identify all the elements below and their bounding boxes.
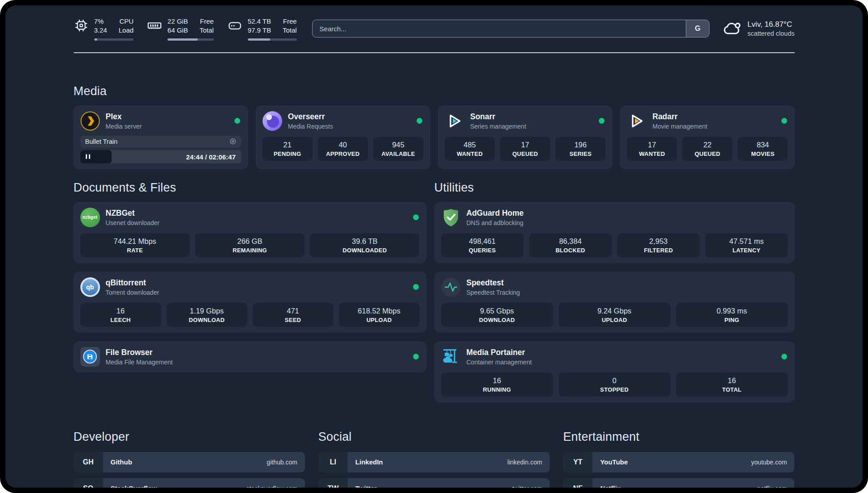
service-subtitle: Container management [467, 359, 776, 366]
disk-free-value: 52.4 TB [248, 17, 271, 26]
bookmark-row-linkedin[interactable]: LI LinkedIn linkedin.com [318, 452, 550, 472]
now-playing-title: Bullet Train [85, 138, 118, 145]
bookmark-abbr: NF [563, 478, 593, 488]
memory-free-label: Free [200, 17, 214, 26]
stat-label: TOTAL [678, 386, 786, 393]
stat-label: SERIES [557, 150, 604, 157]
stat-label: QUERIES [443, 247, 522, 254]
stat-tile: 9.65 Gbps DOWNLOAD [441, 303, 553, 327]
bookmarks-developer: Developer GH Github github.com SO StackO… [74, 430, 305, 488]
bookmarks-entertainment: Entertainment YT YouTube youtube.com NF … [563, 430, 794, 488]
status-dot [417, 118, 422, 124]
disc-icon [230, 138, 236, 145]
stat-value: 17 [629, 141, 675, 149]
bookmark-name: Github [111, 458, 132, 466]
status-dot [781, 354, 787, 359]
status-dot [413, 214, 419, 220]
service-card-speedtest[interactable]: Speedtest Speedtest Tracking 9.65 Gbps D… [434, 272, 795, 333]
status-dot [234, 118, 240, 124]
stat-tile: 9.24 Gbps UPLOAD [559, 303, 671, 327]
bookmark-name: Twitter [355, 485, 377, 488]
bookmark-name: YouTube [600, 458, 628, 466]
bookmark-domain: youtube.com [751, 459, 787, 466]
memory-progress-bar [167, 38, 214, 41]
stat-tile: 0 STOPPED [559, 372, 671, 397]
stat-value: 22 [684, 141, 730, 149]
stat-label: BLOCKED [531, 247, 610, 254]
service-card-portainer[interactable]: Media Portainer Container management 16 … [434, 341, 795, 402]
stat-value: 9.65 Gbps [443, 307, 551, 315]
weather-widget: Lviv, 16.87°C scattered clouds [722, 19, 795, 38]
service-title: File Browser [106, 348, 407, 357]
bookmark-abbr: TW [318, 478, 348, 488]
service-card-overseerr[interactable]: Overseerr Media Requests 21 PENDING 40 A… [256, 105, 430, 169]
stat-value: 21 [264, 141, 311, 149]
stat-tile: 498,461 QUERIES [441, 233, 524, 257]
cpu-stat: 7% 3.24 CPU Load [74, 17, 134, 41]
disk-free-label: Free [283, 17, 297, 26]
bookmark-domain: linkedin.com [507, 459, 542, 466]
bookmark-domain: twitter.com [512, 485, 542, 488]
service-subtitle: Series management [470, 123, 593, 130]
service-card-filebrowser[interactable]: File Browser Media File Management [74, 341, 426, 372]
service-card-qbittorrent[interactable]: qb qBittorrent Torrent downloader 16 LEE… [74, 272, 426, 333]
stat-value: 39.6 TB [312, 237, 417, 246]
stat-tile: 196 SERIES [555, 137, 605, 161]
cloud-icon [722, 19, 742, 38]
status-dot [781, 118, 787, 124]
service-card-plex[interactable]: Plex Media server Bullet Train 24:44 / 0… [74, 105, 248, 169]
service-card-adguard[interactable]: AdGuard Home DNS and adblocking 498,461 … [434, 202, 795, 263]
stat-value: 471 [255, 307, 332, 315]
disk-total-label: Total [283, 26, 297, 35]
stat-label: WANTED [629, 150, 675, 157]
stat-label: MOVIES [739, 150, 786, 157]
bookmark-row-twitter[interactable]: TW Twitter twitter.com [318, 478, 550, 488]
plex-now-playing-row: Bullet Train [80, 136, 241, 147]
stat-tile: 16 LEECH [80, 303, 161, 327]
portainer-icon [441, 347, 461, 367]
service-subtitle: Speedtest Tracking [467, 289, 788, 296]
stat-tile: 1.19 Gbps DOWNLOAD [167, 303, 247, 327]
disk-total-value: 97.9 TB [248, 26, 271, 35]
nzbget-icon: nzbget [80, 208, 100, 227]
service-subtitle: DNS and adblocking [467, 219, 788, 226]
bookmark-row-stackoverflow[interactable]: SO StackOverflow stackoverflow.com [74, 478, 305, 488]
stat-value: 266 GB [197, 237, 303, 246]
cpu-progress-bar [94, 38, 134, 41]
search-input[interactable] [313, 20, 686, 37]
memory-total-value: 64 GiB [167, 26, 188, 35]
service-title: AdGuard Home [467, 209, 788, 218]
bookmark-row-github[interactable]: GH Github github.com [74, 452, 305, 472]
stat-label: LEECH [82, 317, 159, 323]
memory-total-label: Total [200, 26, 214, 35]
status-dot [413, 284, 419, 290]
stat-value: 498,461 [443, 237, 522, 246]
documents-column: Documents & Files nzbget NZBGet Usenet d… [74, 181, 426, 402]
service-card-radarr[interactable]: Radarr Movie management 17 WANTED 22 QUE… [620, 105, 794, 169]
stat-value: 945 [375, 141, 421, 149]
search-provider-button[interactable]: G [686, 20, 709, 37]
filebrowser-icon [80, 347, 100, 367]
stat-value: 16 [678, 376, 786, 385]
stat-value: 0 [560, 376, 669, 385]
bookmark-row-netflix[interactable]: NF Netflix netflix.com [563, 478, 794, 488]
stat-label: STOPPED [560, 386, 669, 393]
service-card-nzbget[interactable]: nzbget NZBGet Usenet downloader 744.21 M… [74, 202, 426, 263]
stat-label: FILTERED [619, 247, 698, 254]
bookmark-domain: netflix.com [757, 485, 787, 488]
section-title-utilities: Utilities [434, 181, 795, 195]
stat-value: 0.993 ms [678, 307, 786, 315]
stat-label: PENDING [264, 150, 311, 157]
bookmark-row-youtube[interactable]: YT YouTube youtube.com [563, 452, 794, 472]
section-title-documents: Documents & Files [74, 181, 426, 195]
service-card-sonarr[interactable]: Sonarr Series management 485 WANTED 17 Q… [438, 105, 612, 169]
service-title: Overseerr [288, 112, 411, 121]
stat-tile: 744.21 Mbps RATE [80, 233, 190, 257]
service-subtitle: Torrent downloader [106, 289, 407, 296]
stat-tile: 22 QUEUED [682, 137, 732, 161]
section-title-developer: Developer [74, 430, 305, 444]
stat-value: 1.19 Gbps [168, 307, 246, 315]
bookmark-abbr: LI [318, 452, 348, 472]
stat-tile: 471 SEED [253, 303, 334, 327]
status-dot [413, 354, 419, 359]
